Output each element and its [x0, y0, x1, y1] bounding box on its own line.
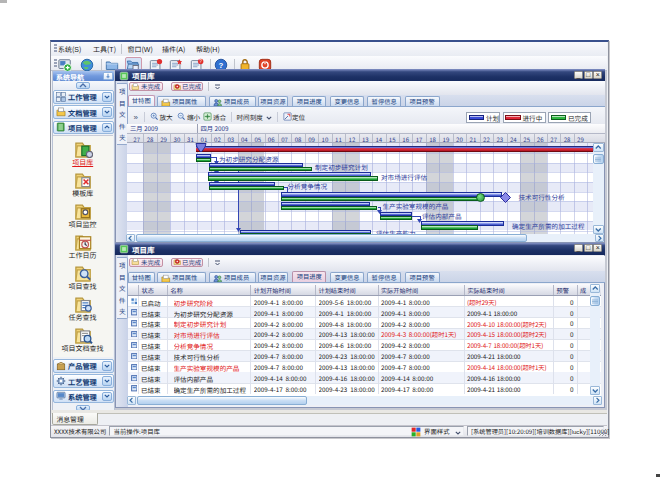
svg-text:?: ? — [199, 58, 202, 64]
svg-text:?: ? — [219, 60, 224, 69]
